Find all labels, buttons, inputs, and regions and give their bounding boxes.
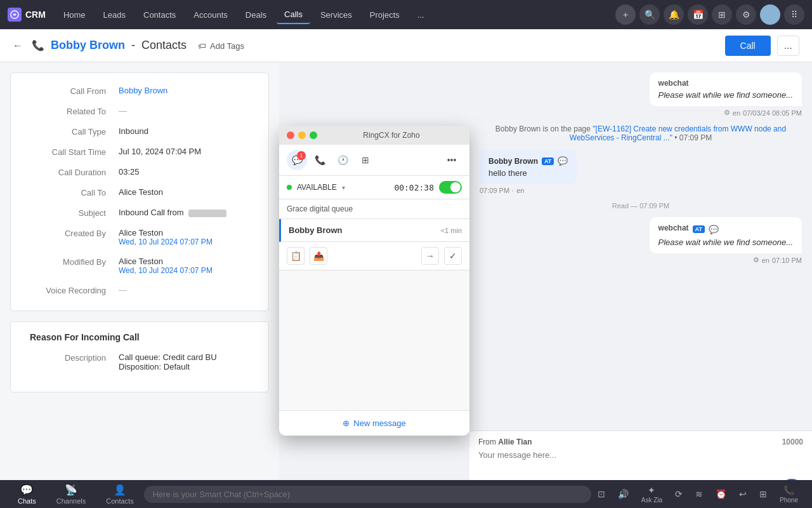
bottom-bar: 💬 Chats 📡 Channels 👤 Contacts ⊡ 🔊 ✦ Ask … <box>0 480 812 508</box>
chat-lang: en <box>733 109 740 117</box>
contact-wait-time: <1 min <box>441 227 462 234</box>
call-from-label: Call From <box>30 86 119 96</box>
chats-nav-item[interactable]: 💬 Chats <box>8 481 46 507</box>
phone-tool-button[interactable]: 📞 <box>310 150 330 170</box>
app-logo[interactable]: CRM <box>8 8 46 22</box>
speaker-button[interactable]: 🔊 <box>612 486 635 502</box>
contact-name-title[interactable]: Bobby Brown <box>51 39 125 52</box>
chat-meta: 07:09 PM · en <box>480 187 577 194</box>
apps-button[interactable]: ⊞ <box>712 4 732 25</box>
add-tags-button[interactable]: 🏷 Add Tags <box>198 40 244 51</box>
breadcrumb-separator: - <box>131 39 135 52</box>
related-to-label: Related To <box>30 106 119 116</box>
chats-icon: 💬 <box>20 484 33 496</box>
channels-nav-item[interactable]: 📡 Channels <box>46 481 96 507</box>
call-type-label: Call Type <box>30 126 119 137</box>
created-by-value: Alice Teston Wed, 10 Jul 2024 07:07 PM <box>119 228 249 246</box>
contacts-icon: 👤 <box>114 484 126 496</box>
nav-services[interactable]: Services <box>313 6 360 23</box>
system-link[interactable]: "[EW-1162] Create new credentials from W… <box>570 124 786 142</box>
refresh-button[interactable]: ⟳ <box>669 486 689 502</box>
notifications-button[interactable]: 🔔 <box>664 4 684 25</box>
nav-home[interactable]: Home <box>56 6 93 23</box>
reason-for-call-card: Reason For Incoming Call Description Cal… <box>10 321 269 392</box>
calendar-button[interactable]: 📅 <box>688 4 708 25</box>
clock-button[interactable]: ⏰ <box>709 486 733 502</box>
chat-tool-button[interactable]: 💬 1 <box>287 150 307 170</box>
sender-badge: AT <box>693 225 705 233</box>
chat-icon: 💬 <box>709 225 719 234</box>
user-avatar[interactable] <box>760 4 780 25</box>
bubble-text: Please wait while we find someone... <box>658 237 793 247</box>
modified-by-value: Alice Teston Wed, 10 Jul 2024 07:07 PM <box>119 257 249 275</box>
popup-titlebar: RingCX for Zoho <box>279 126 469 145</box>
phone-icon: 📞 <box>32 39 44 51</box>
ringcx-popup: RingCX for Zoho 💬 1 📞 🕐 ⊞ ••• AVAILABLE … <box>279 126 469 436</box>
chat-message-3: webchat AT 💬 Please wait while we find s… <box>650 217 802 264</box>
char-count: 10000 <box>782 438 803 446</box>
call-from-value[interactable]: Bobby Brown <box>119 86 249 95</box>
close-window-button[interactable] <box>287 131 294 139</box>
status-chevron-icon[interactable]: ▾ <box>342 184 345 191</box>
zia-icon: ✦ <box>648 485 655 495</box>
screen-share-button[interactable]: ⊡ <box>591 486 612 502</box>
call-button[interactable]: Call <box>725 36 771 56</box>
nav-projects[interactable]: Projects <box>362 6 407 23</box>
call-duration-value: 03:25 <box>119 167 249 177</box>
settings-button[interactable]: ⚙ <box>736 4 756 25</box>
nav-more[interactable]: ... <box>410 6 432 23</box>
call-type-value: Inbound <box>119 126 249 136</box>
transfer-tool-button[interactable]: ⊞ <box>355 150 376 170</box>
bubble-sender: webchat <box>658 79 793 88</box>
chat-lang: en <box>762 257 769 264</box>
menu-button[interactable]: ≋ <box>689 486 709 502</box>
subject-label: Subject <box>30 208 119 218</box>
chats-label: Chats <box>18 497 36 505</box>
toggle-switch[interactable] <box>439 181 462 194</box>
smart-chat-input[interactable] <box>144 486 591 503</box>
created-by-row: Created By Alice Teston Wed, 10 Jul 2024… <box>30 228 249 246</box>
channels-icon: 📡 <box>65 484 77 496</box>
transfer-action-button[interactable]: 📤 <box>310 247 327 265</box>
more-options-button[interactable]: ... <box>777 36 799 56</box>
ask-zia-button[interactable]: ✦ Ask Zia <box>635 483 669 506</box>
maximize-window-button[interactable] <box>310 131 317 139</box>
add-new-button[interactable]: + <box>615 4 636 25</box>
toggle-knob <box>450 182 461 192</box>
chat-input-header: From Allie Tian 10000 <box>478 438 803 446</box>
bubble-text: hello there <box>488 168 568 178</box>
grid-button[interactable]: ⠿ <box>784 4 804 25</box>
grid-apps-button[interactable]: ⊞ <box>753 486 773 502</box>
forward-action-button[interactable]: → <box>421 247 439 265</box>
call-duration-label: Call Duration <box>30 167 119 177</box>
contact-name: Bobby Brown <box>289 225 441 235</box>
back-button[interactable]: ← <box>13 40 23 51</box>
undo-button[interactable]: ↩ <box>733 486 753 502</box>
contact-row[interactable]: Bobby Brown <1 min <box>279 219 469 242</box>
nav-calls[interactable]: Calls <box>277 6 310 24</box>
status-text[interactable]: AVAILABLE <box>297 183 337 192</box>
chat-time: 07/03/24 08:05 PM <box>743 109 802 117</box>
new-message-button[interactable]: ⊕ New message <box>279 410 469 436</box>
bubble-sender: webchat <box>658 224 689 232</box>
note-action-button[interactable]: 📋 <box>287 247 304 265</box>
phone-bottom-button[interactable]: 📞 Phone <box>773 483 804 506</box>
nav-accounts[interactable]: Accounts <box>186 6 235 23</box>
chat-message-2: Bobby Brown AT 💬 hello there 07:09 PM · … <box>480 150 577 194</box>
popup-toolbar: 💬 1 📞 🕐 ⊞ ••• <box>279 145 469 176</box>
sender-row: Bobby Brown AT 💬 <box>488 156 568 166</box>
nav-contacts[interactable]: Contacts <box>136 6 183 23</box>
more-tool-button[interactable]: ••• <box>442 150 462 170</box>
bubble-content: Bobby Brown AT 💬 hello there <box>480 150 577 184</box>
contacts-nav-item[interactable]: 👤 Contacts <box>96 481 143 507</box>
history-tool-button[interactable]: 🕐 <box>332 150 353 170</box>
nav-leads[interactable]: Leads <box>96 6 133 23</box>
nav-deals[interactable]: Deals <box>238 6 274 23</box>
minimize-window-button[interactable] <box>298 131 306 139</box>
search-button[interactable]: 🔍 <box>639 4 660 25</box>
message-input[interactable] <box>478 450 803 473</box>
nav-action-icons: + 🔍 🔔 📅 ⊞ ⚙ ⠿ <box>615 4 804 25</box>
chat-time: 07:09 PM <box>480 187 509 194</box>
check-action-button[interactable]: ✓ <box>444 247 462 265</box>
breadcrumb-module: Contacts <box>141 39 187 52</box>
